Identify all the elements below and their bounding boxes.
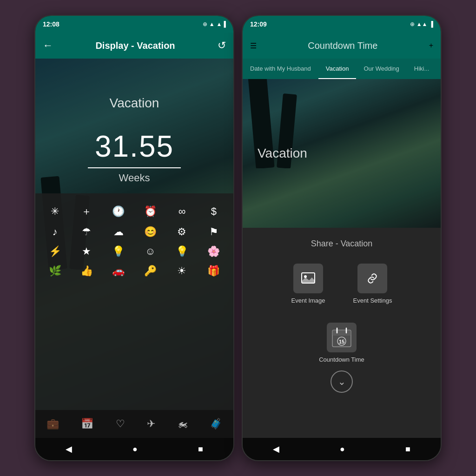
- calendar-icon: 15: [331, 326, 353, 349]
- status-time-1: 12:08: [43, 20, 60, 28]
- app-bar-title-1: Display - Vacation: [60, 40, 210, 51]
- icon-car[interactable]: 🚗: [106, 265, 131, 277]
- icon-leaf[interactable]: 🌿: [43, 265, 67, 277]
- icon-umbrella[interactable]: ☂: [74, 226, 99, 238]
- icon-sun[interactable]: ☀: [170, 265, 194, 277]
- sys-nav-2: ◀ ● ■: [243, 438, 441, 460]
- icon-face[interactable]: 😊: [138, 226, 162, 238]
- event-settings-icon-box: [357, 264, 387, 293]
- image-icon: [301, 271, 316, 286]
- tab-hiki-label: Hiki...: [414, 65, 430, 72]
- icon-smiley[interactable]: ☺: [138, 245, 162, 258]
- event-image-label: Event Image: [291, 297, 325, 304]
- back-button[interactable]: ←: [43, 40, 53, 52]
- sys-back-btn[interactable]: ◀: [66, 444, 72, 454]
- chevron-down-button[interactable]: ⌄: [331, 370, 353, 393]
- icon-star[interactable]: ★: [74, 245, 99, 258]
- icon-asterisk[interactable]: ✳: [43, 205, 67, 218]
- battery-icon-2: ▐: [429, 21, 433, 27]
- bottom-icon-briefcase[interactable]: 💼: [46, 418, 59, 430]
- status-icons-1: ⊕ ▲ ▲▐: [203, 21, 226, 27]
- refresh-button[interactable]: ↺: [218, 40, 226, 52]
- tab-date-husband[interactable]: Date with My Husband: [243, 59, 318, 79]
- signal-bars-icon: ▲▐: [217, 21, 226, 27]
- status-bar-2: 12:09 ⊕ ▲▲ ▐: [243, 16, 441, 33]
- share-event-settings[interactable]: Event Settings: [353, 264, 392, 304]
- wifi-icon: ▲: [209, 21, 215, 27]
- share-options-row: Event Image Event Settings: [291, 264, 392, 304]
- icon-lightning[interactable]: ⚡: [43, 245, 67, 258]
- sys-home-btn-2[interactable]: ●: [340, 444, 345, 454]
- sys-back-btn-2[interactable]: ◀: [273, 444, 279, 454]
- countdown-divider: [88, 167, 181, 168]
- countdown-display: 31.55 Weeks: [35, 120, 233, 193]
- icon-music[interactable]: ♪: [43, 226, 67, 238]
- status-time-2: 12:09: [250, 20, 267, 28]
- event-title-1: Vacation: [35, 59, 233, 120]
- icon-flag[interactable]: ⚑: [202, 226, 226, 238]
- icon-lightbulb2[interactable]: 💡: [170, 245, 194, 258]
- bottom-nav-1: 💼 📅 ♡ ✈ 🏍 🧳: [35, 410, 233, 438]
- tab-our-wedding[interactable]: Our Wedding: [356, 59, 406, 79]
- signal-icon-2: ⊕: [410, 21, 415, 27]
- bottom-icon-bike[interactable]: 🏍: [178, 418, 188, 430]
- share-panel: Share - Vacation Event Image: [243, 228, 441, 438]
- link-icon: [365, 271, 380, 286]
- phone1-content: Vacation 31.55 Weeks ✳ ＋ 🕐 ⏰ ∞ $ ♪ ☂: [35, 59, 233, 410]
- sys-recents-btn-2[interactable]: ■: [405, 444, 410, 454]
- chevron-down-icon: ⌄: [338, 376, 346, 387]
- status-bar-1: 12:08 ⊕ ▲ ▲▐: [35, 16, 233, 33]
- status-icons-2: ⊕ ▲▲ ▐: [410, 21, 433, 27]
- app-bar-1: ← Display - Vacation ↺: [35, 33, 233, 59]
- event-settings-label: Event Settings: [353, 297, 392, 304]
- sys-nav-1: ◀ ● ■: [35, 438, 233, 460]
- phone-1: 12:08 ⊕ ▲ ▲▐ ← Display - Vacation ↺ Vaca…: [34, 15, 234, 461]
- countdown-icon-box: 15: [327, 323, 357, 352]
- app-bar-title-2: Countdown Time: [264, 40, 422, 51]
- icon-gear[interactable]: ⚙: [170, 226, 194, 238]
- countdown-time-label: Countdown Time: [319, 356, 364, 363]
- icon-flower[interactable]: 🌸: [202, 245, 226, 258]
- bottom-icon-heart[interactable]: ♡: [116, 418, 125, 430]
- icon-dollar[interactable]: $: [202, 205, 226, 218]
- icon-plus[interactable]: ＋: [74, 205, 99, 218]
- share-countdown-time[interactable]: 15 Countdown Time: [319, 323, 364, 363]
- share-panel-title: Share - Vacation: [311, 239, 373, 249]
- icon-grid: ✳ ＋ 🕐 ⏰ ∞ $ ♪ ☂ ☁ 😊 ⚙ ⚑ ⚡ ★ 💡 ☺ 💡: [43, 201, 226, 281]
- icon-infinity[interactable]: ∞: [170, 205, 194, 218]
- icon-grid-panel: ✳ ＋ 🕐 ⏰ ∞ $ ♪ ☂ ☁ 😊 ⚙ ⚑ ⚡ ★ 💡 ☺ 💡: [35, 193, 233, 410]
- icon-bulb[interactable]: 💡: [106, 245, 131, 258]
- bottom-icon-plane[interactable]: ✈: [147, 418, 155, 430]
- countdown-number: 31.55: [35, 129, 233, 164]
- icon-key[interactable]: 🔑: [138, 265, 162, 277]
- countdown-unit: Weeks: [35, 172, 233, 184]
- share-event-image[interactable]: Event Image: [291, 264, 325, 304]
- phone2-content-area: Vacation Share - Vacation: [243, 79, 441, 438]
- tab-date-husband-label: Date with My Husband: [250, 65, 311, 72]
- tab-our-wedding-label: Our Wedding: [364, 65, 399, 72]
- wifi-icon-2: ▲▲: [416, 21, 428, 27]
- menu-button[interactable]: ☰: [250, 41, 257, 50]
- app-bar-2: ☰ Countdown Time +: [243, 33, 441, 59]
- tab-hiki[interactable]: Hiki...: [407, 59, 437, 79]
- icon-clock[interactable]: 🕐: [106, 205, 131, 218]
- svg-rect-3: [332, 330, 351, 336]
- tabs-bar: Date with My Husband Vacation Our Weddin…: [243, 59, 441, 79]
- sys-recents-btn[interactable]: ■: [198, 444, 203, 454]
- icon-gift[interactable]: 🎁: [202, 265, 226, 277]
- icon-cloud[interactable]: ☁: [106, 226, 131, 238]
- event-image-icon-box: [293, 264, 323, 293]
- sys-home-btn[interactable]: ●: [132, 444, 138, 454]
- phones-container: 12:08 ⊕ ▲ ▲▐ ← Display - Vacation ↺ Vaca…: [0, 0, 476, 476]
- bottom-icon-bag[interactable]: 🧳: [210, 418, 222, 430]
- add-button[interactable]: +: [429, 41, 433, 50]
- signal-icon: ⊕: [203, 21, 207, 27]
- phone-2: 12:09 ⊕ ▲▲ ▐ ☰ Countdown Time + Date wit…: [242, 15, 442, 461]
- vacation-bg-section: Vacation: [243, 79, 441, 228]
- icon-thumbsup[interactable]: 👍: [74, 265, 99, 277]
- bottom-icon-calendar[interactable]: 📅: [81, 418, 93, 430]
- svg-text:15: 15: [339, 339, 344, 344]
- event-title-2: Vacation: [258, 146, 307, 161]
- icon-alarm[interactable]: ⏰: [138, 205, 162, 218]
- tab-vacation[interactable]: Vacation: [318, 59, 357, 79]
